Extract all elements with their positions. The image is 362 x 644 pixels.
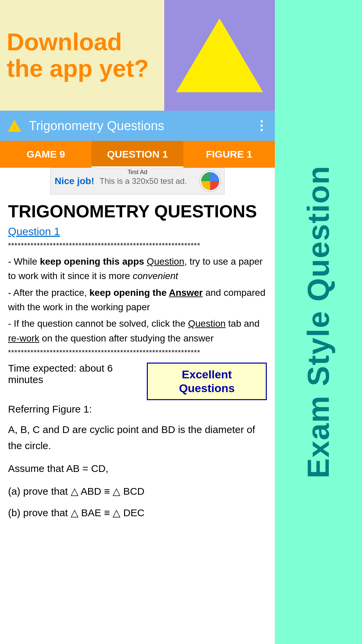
top-banner-ad[interactable]: Download the app yet?	[0, 0, 275, 111]
app-toolbar: Trigonometry Questions ⋮	[0, 111, 275, 141]
instruction-3: - If the question cannot be solved, clic…	[8, 316, 267, 345]
instruction-2: - After the practice, keep opening the A…	[8, 285, 267, 315]
time-expected-row: Time expected: about 6 minutes Excellent…	[8, 363, 267, 400]
page-title: TRIGONOMETRY QUESTIONS	[8, 201, 267, 221]
main-content-area: Download the app yet? Trigonometry Quest…	[0, 0, 275, 644]
banner-left-text: Download the app yet?	[0, 22, 164, 89]
ad-nicejob-text: Nice job!	[55, 176, 94, 186]
right-side-panel: Exam Style Question	[275, 0, 362, 644]
ad-label: Test Ad	[125, 169, 150, 176]
question-content-area: TRIGONOMETRY QUESTIONS Question 1 ******…	[0, 195, 275, 533]
tab-figure1[interactable]: FIGURE 1	[183, 141, 275, 168]
instruction-1: - While keep opening this apps Question,…	[8, 254, 267, 283]
tab-question1[interactable]: QUESTION 1	[92, 141, 183, 168]
time-expected-text: Time expected: about 6 minutes	[8, 363, 147, 385]
app-logo-icon	[6, 117, 23, 134]
question-part-a: (a) prove that △ ABD ≡ △ BCD	[8, 483, 267, 499]
tab-bar: GAME 9 QUESTION 1 FIGURE 1	[0, 141, 275, 168]
excellent-badge: Excellent Questions	[147, 363, 267, 400]
question-body-text: A, B, C and D are cyclic point and BD is…	[8, 422, 267, 454]
banner-left-section: Download the app yet?	[0, 0, 164, 111]
tab-game9[interactable]: GAME 9	[0, 141, 92, 168]
assume-text: Assume that AB = CD,	[8, 461, 267, 477]
question1-link[interactable]: Question 1	[8, 225, 267, 238]
question-part-b: (b) prove that △ BAE ≡ △ DEC	[8, 505, 267, 521]
exam-style-text: Exam Style Question	[303, 165, 334, 478]
ad-google-logo	[200, 171, 220, 191]
ad-description-text: This is a 320x50 test ad.	[100, 176, 200, 186]
toolbar-menu-button[interactable]: ⋮	[255, 118, 269, 133]
yellow-triangle-icon	[176, 18, 263, 92]
inline-ad-banner: Test Ad Nice job! This is a 320x50 test …	[50, 168, 225, 195]
divider-stars-bottom: ****************************************…	[8, 347, 267, 358]
divider-stars-top: ****************************************…	[8, 240, 267, 251]
toolbar-title: Trigonometry Questions	[29, 119, 249, 133]
toolbar-triangle-icon	[8, 120, 21, 132]
figure-reference: Referring Figure 1:	[8, 404, 267, 415]
banner-right-section	[164, 0, 275, 111]
